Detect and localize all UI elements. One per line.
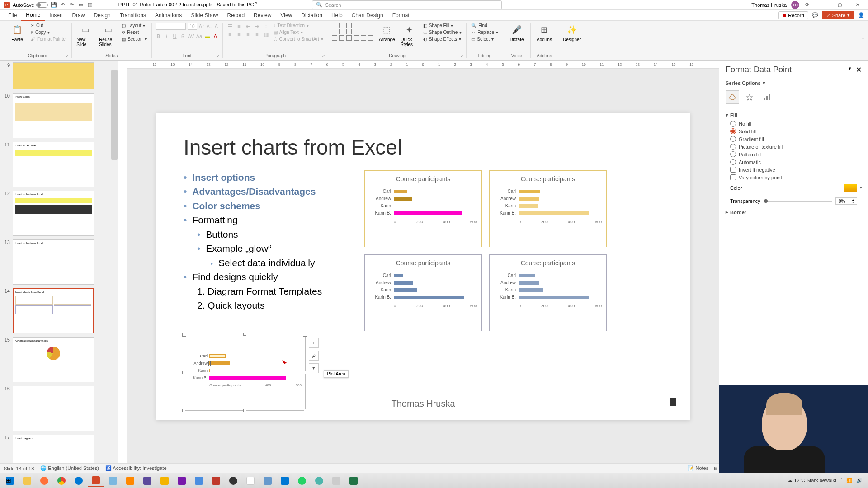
font-color-icon[interactable]: A: [212, 33, 219, 40]
autosave-toggle[interactable]: AutoSave: [13, 2, 48, 8]
slide-title[interactable]: Insert charts from Excel: [184, 135, 663, 160]
maximize-button[interactable]: ▢: [833, 0, 846, 9]
bullets-icon[interactable]: ☰: [226, 23, 234, 30]
shape-fill-button[interactable]: ◧ Shape Fill ▾: [422, 23, 462, 28]
close-button[interactable]: ✕: [851, 0, 864, 9]
thumb-9[interactable]: [13, 62, 94, 89]
spacing-icon[interactable]: Aa: [196, 33, 203, 40]
tb-app5[interactable]: [208, 474, 224, 487]
italic-icon[interactable]: I: [164, 33, 170, 40]
new-slide-button[interactable]: ▭New Slide: [75, 23, 95, 48]
qat-icon-1[interactable]: ▭: [78, 2, 84, 8]
tab-transitions[interactable]: Transitions: [115, 10, 151, 20]
underline-icon[interactable]: U: [172, 33, 178, 40]
chart-styles-button[interactable]: 🖌: [309, 351, 319, 361]
tb-app2[interactable]: [139, 474, 156, 487]
strike-icon[interactable]: S̶: [180, 33, 186, 40]
arrange-button[interactable]: ⬚Arrange: [377, 23, 397, 43]
fill-section-header[interactable]: ▾ Fill: [726, 110, 862, 120]
minimize-button[interactable]: ─: [815, 0, 828, 9]
slide-text[interactable]: Insert options Advantages/Disadvantages …: [184, 170, 346, 331]
tb-app9[interactable]: [277, 474, 293, 487]
redo-icon[interactable]: ↷: [69, 2, 75, 8]
layout-button[interactable]: ▢ Layout ▾: [121, 23, 147, 28]
replace-button[interactable]: ↔ Replace ▾: [470, 29, 499, 35]
cloud-icon[interactable]: ⟳: [804, 2, 810, 8]
tray-sound-icon[interactable]: 🔊: [856, 478, 863, 483]
tray-chevron-icon[interactable]: ˄: [840, 478, 843, 483]
addins-button[interactable]: ⊞Add-ins: [534, 23, 554, 43]
scrollbar[interactable]: [111, 70, 118, 160]
tb-app[interactable]: [105, 474, 121, 487]
tab-slideshow[interactable]: Slide Show: [186, 10, 222, 20]
pane-tab-series[interactable]: [760, 90, 774, 104]
tb-vlc[interactable]: [122, 474, 138, 487]
slide-canvas[interactable]: Insert charts from Excel Insert options …: [127, 69, 719, 463]
tb-app4[interactable]: [191, 474, 207, 487]
tab-insert[interactable]: Insert: [45, 10, 67, 20]
thumb-10[interactable]: Insert tables: [13, 93, 94, 138]
select-button[interactable]: ▭ Select ▾: [470, 36, 499, 42]
chart-filter-button[interactable]: ▾: [309, 363, 319, 373]
weather-widget[interactable]: ☁ 12°C Stark bewölkt: [788, 478, 836, 483]
align-right-icon[interactable]: ≡: [245, 31, 252, 38]
dictate-button[interactable]: 🎤Dictate: [507, 23, 527, 43]
shadow-icon[interactable]: AV: [188, 33, 194, 40]
present-mode-icon[interactable]: 👤: [858, 12, 864, 19]
tab-view[interactable]: View: [276, 10, 297, 20]
thumb-15[interactable]: Advantages/Disadvantages: [13, 337, 94, 382]
accessibility-status[interactable]: ♿ Accessibility: Investigate: [105, 465, 167, 471]
user-name[interactable]: Thomas Hruska: [751, 2, 787, 8]
tb-edge[interactable]: [71, 474, 87, 487]
tab-format[interactable]: Format: [388, 10, 414, 20]
quick-styles-button[interactable]: ✦Quick Styles: [400, 23, 420, 48]
check-invert-negative[interactable]: Invert if negative: [726, 166, 862, 174]
qat-more-icon[interactable]: ⁞: [96, 2, 102, 8]
tb-explorer[interactable]: [19, 474, 35, 487]
mini-chart-d[interactable]: Course participants Carl Andrew Karin Ka…: [489, 254, 607, 331]
format-painter-button[interactable]: 🖌 Format Painter: [30, 36, 68, 42]
numbering-icon[interactable]: ≡: [236, 23, 243, 30]
transparency-value[interactable]: 0%▴▾: [835, 197, 857, 205]
tab-dictation[interactable]: Dictation: [297, 10, 327, 20]
pane-options-icon[interactable]: ▾: [849, 66, 851, 74]
thumb-12[interactable]: Insert tables from Excel: [13, 191, 94, 236]
cut-button[interactable]: ✂ Cut: [30, 23, 68, 28]
tb-app10[interactable]: [311, 474, 327, 487]
mini-chart-c[interactable]: Course participants Carl Andrew Karin Ka…: [364, 254, 482, 331]
tab-record[interactable]: Record: [222, 10, 249, 20]
tab-design[interactable]: Design: [89, 10, 115, 20]
align-justify-icon[interactable]: ≡: [254, 31, 261, 38]
color-picker[interactable]: [844, 184, 857, 192]
radio-pattern-fill[interactable]: Pattern fill: [726, 150, 862, 158]
user-avatar[interactable]: TH: [791, 1, 799, 9]
tb-excel[interactable]: [345, 474, 362, 487]
toggle-off-icon[interactable]: [36, 2, 48, 8]
clear-format-icon[interactable]: A: [214, 23, 218, 30]
pane-subtitle[interactable]: Series Options ▾: [719, 79, 868, 87]
find-button[interactable]: 🔍 Find: [470, 23, 499, 28]
mini-chart-a[interactable]: Course participants Carl Andrew Karin Ka…: [364, 170, 482, 247]
ribbon-collapse-icon[interactable]: ˅: [862, 38, 864, 44]
pane-close-icon[interactable]: ✕: [856, 66, 862, 74]
radio-gradient-fill[interactable]: Gradient fill: [726, 135, 862, 143]
pane-tab-fill[interactable]: [726, 90, 739, 104]
launcher-icon[interactable]: ⤢: [460, 54, 463, 58]
launcher-icon[interactable]: ⤢: [66, 54, 69, 58]
tb-firefox[interactable]: [36, 474, 52, 487]
radio-solid-fill[interactable]: Solid fill: [726, 127, 862, 135]
thumb-16[interactable]: [13, 386, 94, 431]
tab-animations[interactable]: Animations: [151, 10, 186, 20]
check-vary-colors[interactable]: Vary colors by point: [726, 174, 862, 181]
columns-icon[interactable]: ▥: [263, 31, 270, 38]
tb-chrome[interactable]: [53, 474, 70, 487]
tray-network-icon[interactable]: 📶: [846, 478, 853, 483]
align-center-icon[interactable]: ≡: [236, 31, 243, 38]
undo-icon[interactable]: ↶: [60, 2, 66, 8]
tab-help[interactable]: Help: [327, 10, 347, 20]
tb-powerpoint[interactable]: [88, 474, 104, 487]
shapes-gallery[interactable]: [332, 23, 374, 41]
bold-icon[interactable]: B: [156, 33, 162, 40]
language-status[interactable]: 🌐 English (United States): [40, 465, 99, 471]
tab-file[interactable]: File: [4, 10, 21, 20]
